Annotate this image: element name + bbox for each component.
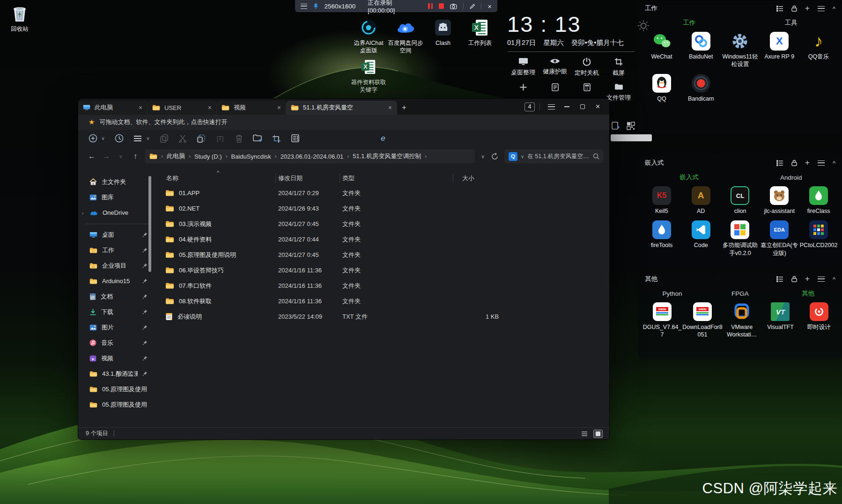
new-folder-icon[interactable] (251, 132, 264, 145)
breadcrumb-daterange[interactable]: 2023.06.01-2024.06.01 (281, 153, 343, 160)
panel-tab[interactable]: 其他 (774, 289, 842, 298)
app-keil5[interactable]: K5 Keil5 (642, 186, 681, 215)
collapse-icon[interactable]: ^ (833, 5, 835, 12)
app-clion[interactable]: CL clion (721, 186, 760, 215)
panel-tab[interactable]: Python (638, 290, 706, 297)
sidebar-item-home[interactable]: 主文件夹 (78, 174, 155, 190)
rename-icon[interactable]: [T] (214, 132, 226, 145)
shortcut-device-data[interactable]: X 器件资料获取 关键字 (346, 57, 391, 94)
pause-button[interactable] (428, 3, 433, 9)
widget-quick-bar[interactable] (611, 134, 652, 141)
cut-icon[interactable] (177, 132, 189, 145)
app-axure[interactable]: X Axure RP 9 (760, 32, 799, 68)
breadcrumb-baidusyncdisk[interactable]: BaiduSyncdisk (231, 153, 271, 160)
refresh-icon[interactable] (491, 153, 498, 160)
panel-menu-icon[interactable] (818, 277, 825, 282)
chevron-down-icon[interactable]: ∨ (100, 132, 106, 145)
file-row[interactable]: 03.演示视频 2024/1/27 0:45 文件夹 (155, 216, 609, 232)
breadcrumb-this-pc[interactable]: 此电脑 (167, 152, 185, 161)
lock-icon[interactable] (791, 276, 797, 282)
file-row[interactable]: 02.NET 2024/1/26 9:43 文件夹 (155, 201, 609, 216)
close-tab-icon[interactable]: × (388, 104, 392, 111)
app-firetools[interactable]: fireTools (642, 220, 681, 257)
add-icon[interactable]: + (805, 274, 810, 284)
widget-qr-icon[interactable] (627, 122, 635, 130)
list-icon[interactable] (776, 276, 783, 282)
panel-tab[interactable]: Android (740, 174, 842, 181)
sidebar-item-work[interactable]: 工作 (78, 242, 155, 258)
history-icon[interactable] (113, 132, 125, 145)
file-row[interactable]: 06.毕设答辩技巧 2024/1/16 11:36 文件夹 (155, 263, 609, 278)
select-icon[interactable] (270, 132, 282, 145)
list-icon[interactable] (776, 160, 783, 166)
file-row[interactable]: 04.硬件资料 2024/1/27 0:44 文件夹 (155, 232, 609, 247)
sidebar-item-onedrive[interactable]: › OneDrive (78, 205, 155, 220)
sidebar-item-43-1[interactable]: 43.1.酿酒监测 (78, 366, 155, 381)
panel-tab[interactable]: 工具 (740, 19, 842, 27)
sidebar-item-documents[interactable]: 文档 (78, 289, 155, 304)
search-dropdown-icon[interactable]: ∨ (521, 154, 524, 159)
sidebar-item-05-schematic-2[interactable]: 05.原理图及使用 (78, 397, 155, 412)
app-jishi-design[interactable]: 即时设计 (800, 302, 838, 339)
delete-icon[interactable] (233, 132, 245, 145)
app-jlc-assistant[interactable]: jlc-assistant (760, 186, 799, 215)
forward-icon[interactable]: → (101, 152, 111, 161)
file-row[interactable]: 01.APP 2024/1/27 0:29 文件夹 (155, 185, 609, 201)
app-pctolcd[interactable]: PCtoLCD2002 (799, 220, 838, 257)
column-divider[interactable] (340, 174, 340, 183)
add-icon[interactable]: + (805, 4, 810, 13)
add-icon[interactable]: + (805, 158, 810, 168)
list-icon[interactable] (776, 6, 783, 12)
search-input[interactable]: 在 51.1.机房变风量空… (527, 153, 590, 161)
view-options-icon[interactable] (289, 132, 301, 145)
tab-user[interactable]: USER × (148, 101, 217, 115)
sidebar-item-music[interactable]: 音乐 (78, 335, 155, 351)
tab-this-pc[interactable]: 此电脑 × (78, 101, 148, 115)
sidebar-item-pictures[interactable]: 图片 (78, 320, 155, 335)
recorder-menu-icon[interactable] (301, 4, 307, 9)
app-altium[interactable]: A AD (681, 186, 721, 215)
app-vscode[interactable]: Code (681, 220, 721, 257)
maximize-button[interactable] (575, 100, 590, 114)
app-win11-settings[interactable]: Windows11轻松设置 (721, 32, 760, 68)
action-screenshot[interactable]: 截屏 (603, 58, 635, 77)
app-qq[interactable]: QQ (642, 74, 681, 102)
sidebar-scrollbar[interactable] (148, 176, 151, 272)
sidebar-item-enterprise[interactable]: 企业项目 (78, 258, 155, 273)
column-name[interactable]: ^ 名称 (155, 174, 275, 183)
stop-button[interactable] (439, 3, 444, 9)
app-qqmusic[interactable]: ♪ QQ音乐 (799, 32, 838, 68)
collapse-icon[interactable]: ^ (833, 160, 835, 167)
close-recorder-icon[interactable]: × (487, 3, 492, 10)
screenshot-camera-icon[interactable] (450, 3, 457, 9)
large-icons-view-icon[interactable] (593, 430, 603, 438)
app-multi-debug[interactable]: 多功能调试助手v0.2.0 (721, 220, 760, 257)
copy-icon[interactable] (158, 132, 170, 145)
collapse-icon[interactable]: ^ (833, 276, 835, 283)
widget-newdoc-icon[interactable] (612, 122, 620, 131)
close-tab-icon[interactable]: × (277, 104, 281, 111)
search-icon[interactable] (593, 153, 599, 160)
panel-tab[interactable]: 嵌入式 (638, 173, 740, 182)
app-downloadfor8051[interactable]: DWIN DownLoadFor8051 (682, 302, 723, 339)
sidebar-item-videos[interactable]: 视频 (78, 351, 155, 366)
window-menu-icon[interactable] (544, 100, 559, 114)
panel-menu-icon[interactable] (818, 161, 825, 166)
refresh-e-icon[interactable]: e (377, 132, 389, 145)
details-view-icon[interactable] (580, 430, 589, 438)
new-tab-button[interactable]: + (397, 101, 411, 115)
sidebar-item-desktop[interactable]: 桌面 (78, 227, 155, 242)
minimize-button[interactable] (559, 100, 575, 114)
paste-icon[interactable] (195, 132, 207, 145)
app-wechat[interactable]: WeChat (642, 32, 681, 68)
sidebar-item-downloads[interactable]: 下载 (78, 304, 155, 320)
close-tab-icon[interactable]: × (139, 104, 142, 111)
up-icon[interactable]: ↑ (130, 152, 140, 161)
expander-icon[interactable]: › (82, 210, 84, 216)
column-size[interactable]: 大小 (453, 174, 523, 183)
chevron-down-icon[interactable]: ∨ (145, 132, 151, 145)
panel-menu-icon[interactable] (818, 6, 825, 11)
sidebar-item-gallery[interactable]: 图库 (78, 190, 155, 205)
action-eye-care[interactable]: 健康护眼 (539, 58, 571, 77)
quick-drop-bar[interactable]: ★ 可拖动文档、软件、文件夹到此，点击快速打开 (78, 115, 609, 130)
